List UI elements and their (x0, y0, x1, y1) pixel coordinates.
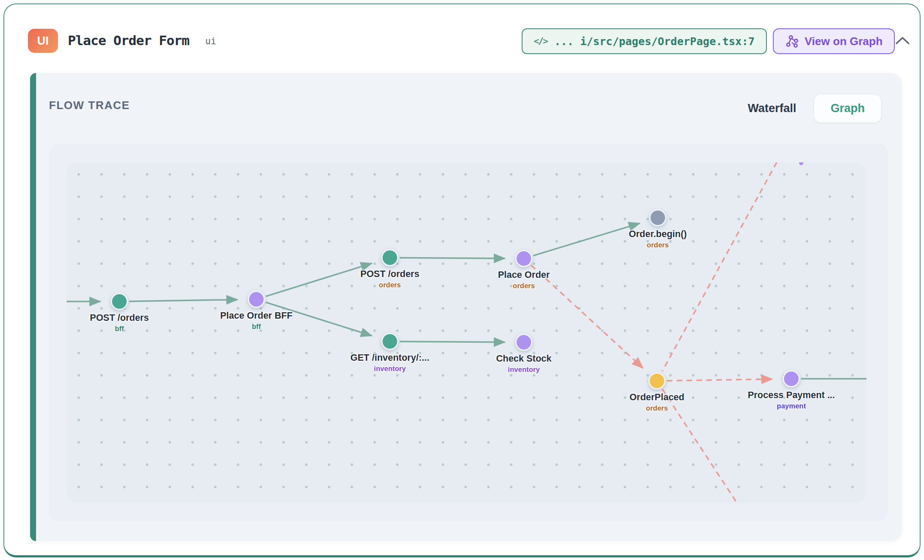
view-on-graph-label: View on Graph (805, 35, 883, 48)
page-title: Place Order Form (68, 33, 189, 48)
code-icon: </> (534, 36, 547, 46)
graph-node-post-orders-orders[interactable] (381, 249, 398, 266)
graph-edge (266, 302, 372, 336)
graph-edges (67, 162, 866, 503)
graph-edge (129, 300, 237, 301)
page-subtitle: ui (205, 36, 216, 46)
graph-edge (667, 379, 772, 381)
graph-node-post-orders-bff[interactable] (111, 293, 128, 310)
graph-canvas[interactable]: POST /ordersbffPlace Order BFFbffPOST /o… (67, 162, 866, 503)
graph-node-get-inventory[interactable] (381, 333, 398, 350)
graph-edge (662, 162, 777, 371)
graph-edge (266, 263, 372, 296)
source-path-button[interactable]: </> ... i/src/pages/OrderPage.tsx:7 (522, 28, 767, 54)
source-path-label: ... i/src/pages/OrderPage.tsx:7 (554, 35, 755, 48)
graph-node-order-begin[interactable] (649, 209, 666, 226)
graph-node-process-payment[interactable] (783, 370, 800, 387)
graph-edge (400, 341, 505, 342)
app-window: UI Place Order Form ui </> ... i/src/pag… (3, 3, 921, 557)
graph-node-place-order[interactable] (515, 250, 532, 267)
graph-edge (400, 258, 505, 259)
graph-node-check-stock[interactable] (515, 334, 532, 351)
tab-graph[interactable]: Graph (814, 94, 881, 122)
graph-node-place-order-bff[interactable] (248, 291, 265, 308)
view-toggle: Waterfall Graph (748, 94, 881, 122)
app-page: UI Place Order Form ui </> ... i/src/pag… (0, 0, 924, 560)
graph-edge (663, 389, 737, 503)
flow-trace-title: FLOW TRACE (49, 99, 130, 112)
graph-edge (533, 223, 640, 256)
ui-type-badge: UI (28, 29, 58, 53)
graph-node-order-placed[interactable] (648, 372, 666, 390)
view-on-graph-button[interactable]: View on Graph (773, 28, 895, 54)
graph-edge (531, 265, 643, 368)
collapse-chevron-icon[interactable] (894, 34, 911, 49)
tab-waterfall[interactable]: Waterfall (748, 102, 796, 115)
graph-network-icon (785, 34, 799, 48)
flow-trace-card: FLOW TRACE Waterfall Graph (30, 73, 902, 541)
card-accent-bar (30, 73, 36, 541)
